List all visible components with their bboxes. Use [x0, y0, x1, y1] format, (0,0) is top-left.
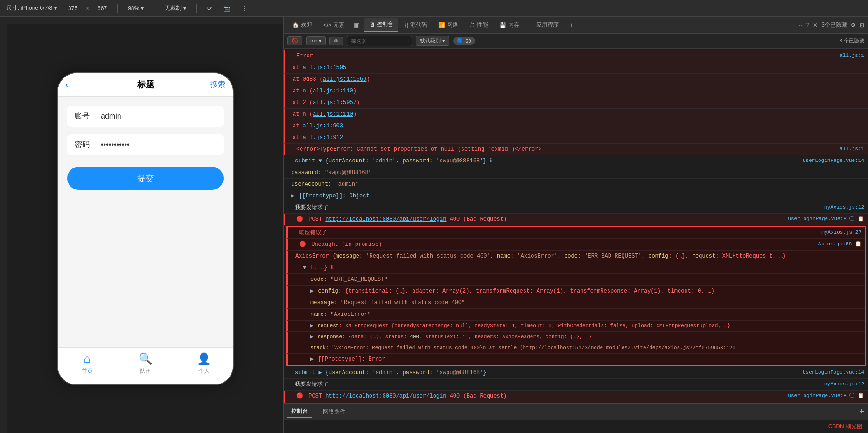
- csdn-label: CSDN 蝴光图: [828, 423, 862, 431]
- tab-add[interactable]: +: [565, 19, 578, 31]
- app-icon: □: [531, 22, 534, 28]
- eye-icon-btn[interactable]: 👁: [329, 37, 343, 45]
- log-entry-request-xml: ▶ request: XMLHttpRequest {onreadystatec…: [287, 321, 865, 332]
- log-entry-post2: 🔴 POST http://localhost:8080/api/user/lo…: [284, 391, 868, 402]
- filter-input[interactable]: [347, 36, 412, 46]
- log-source-myaxios12b[interactable]: myAxios.js:12: [824, 380, 864, 388]
- log-entry-at7: at all.js:1:912: [284, 132, 868, 144]
- link-alljs-110a[interactable]: all.js:1:110: [313, 88, 353, 94]
- nav-item-home[interactable]: ⌂ 首页: [58, 352, 116, 375]
- main-area: ‹ 标题 搜索 账号 密码: [0, 17, 868, 433]
- log-entry-submit2: submit ▶ {userAccount: 'admin', password…: [284, 367, 868, 379]
- link-localhost-login2[interactable]: http://localhost:8080/api/user/login: [325, 393, 446, 399]
- tab-console[interactable]: 🖥 控制台: [364, 18, 398, 32]
- log-source-alljs[interactable]: all.js:1: [840, 145, 864, 153]
- more-options-icon[interactable]: ⋮: [238, 3, 250, 14]
- add-panel-button[interactable]: +: [859, 407, 864, 417]
- nav-item-team[interactable]: 🔍 队伍: [116, 352, 175, 375]
- password-input[interactable]: [101, 140, 216, 149]
- tab-sources[interactable]: {} 源代码: [400, 18, 432, 32]
- profile-icon: 👤: [197, 352, 211, 365]
- log-source-loginvue8[interactable]: UserLoginPage.vue:8 ⓘ 📋: [788, 215, 864, 223]
- log-entry-code: code: "ERR_BAD_REQUEST": [287, 274, 865, 286]
- log-entry-prototype-error: ▶ [[Prototype]]: Error: [287, 354, 865, 365]
- chevron-down-icon: ▾: [54, 5, 57, 12]
- link-alljs-903[interactable]: all.js:1:903: [303, 123, 343, 129]
- rotate-icon[interactable]: ⟳: [204, 3, 215, 14]
- nav-item-profile[interactable]: 👤 个人: [175, 352, 233, 375]
- ban-icon-btn[interactable]: 🚫: [287, 36, 302, 45]
- memory-icon: 💾: [499, 22, 506, 28]
- log-source-myaxios12[interactable]: myAxios.js:12: [824, 203, 864, 211]
- dock-icon[interactable]: ⊡: [860, 22, 864, 28]
- phone-frame-area: ‹ 标题 搜索 账号 密码: [7, 24, 283, 433]
- log-entry-useraccount: userAccount: "admin": [284, 179, 868, 190]
- log-entry-at2: at 0d83 (all.js:1:1669): [284, 74, 868, 85]
- error-highlighted-block: 响应错误了 myAxios.js:27 🔴 Uncaught (in promi…: [286, 226, 866, 366]
- link-alljs-912[interactable]: all.js:1:912: [303, 134, 343, 141]
- hidden-count: 3个已隐藏: [821, 21, 847, 29]
- perf-icon: ⏱: [469, 22, 475, 28]
- tab-network[interactable]: 📶 网络: [434, 18, 463, 32]
- log-source-loginvue8b[interactable]: UserLoginPage.vue:8 ⓘ 📋: [788, 392, 864, 400]
- settings-gear-icon[interactable]: ⚙: [851, 22, 856, 28]
- tab-elements[interactable]: </> 元素: [319, 18, 349, 32]
- back-button[interactable]: ‹: [65, 79, 69, 90]
- elements-icon: </>: [323, 22, 331, 28]
- log-source-login14[interactable]: UserLoginPage.vue:14: [803, 157, 864, 165]
- log-entry-at5: at n (all.js:1:110): [284, 109, 868, 120]
- log-entry-axioserror1: AxiosError {message: 'Request failed wit…: [287, 251, 865, 262]
- tab-application[interactable]: □ 应用程序: [526, 18, 563, 32]
- link-alljs-1505[interactable]: all.js:1:1505: [303, 64, 347, 71]
- link-alljs-1669[interactable]: all.js:1:1669: [323, 76, 367, 83]
- log-source-login14b[interactable]: UserLoginPage.vue:14: [803, 369, 864, 377]
- phone-screen: ‹ 标题 搜索 账号 密码: [58, 73, 233, 384]
- tab-performance[interactable]: ⏱ 性能: [465, 18, 493, 32]
- link-alljs-5957[interactable]: all.js:1:5957: [313, 99, 357, 106]
- password-label: 密码: [75, 140, 93, 150]
- log-entry-at1: at all.js:1:1505: [284, 62, 868, 74]
- bottom-tab-console[interactable]: 控制台: [287, 405, 312, 418]
- error-circle-icon: 🔴: [296, 216, 303, 223]
- bottom-tab-network-conditions[interactable]: 网络条件: [319, 406, 349, 418]
- settings-icon[interactable]: ✕: [813, 22, 818, 28]
- error-circle-icon2: 🔴: [299, 241, 306, 248]
- search-button[interactable]: 搜索: [210, 80, 225, 90]
- count-value: 50: [465, 38, 471, 44]
- submit-button[interactable]: 提交: [67, 167, 224, 190]
- log-entry-t-expand: ▼ t, …} ℹ: [287, 262, 865, 274]
- typeerror-text: <error>TypeError: Cannot set properties …: [296, 146, 542, 153]
- count-dot: 🔵: [457, 38, 463, 44]
- dots-icon[interactable]: ⋯: [797, 22, 803, 28]
- top-toolbar: 尺寸: iPhone 6/7/8 ▾ 375 × 667 98% ▾ 无裁制 ▾…: [0, 0, 868, 17]
- log-entry-error1: Error all.js:1: [284, 50, 868, 62]
- home-icon: ⌂: [84, 352, 91, 365]
- device-selector[interactable]: 尺寸: iPhone 6/7/8 ▾: [4, 2, 60, 14]
- devtools-tabs: 🏠 欢迎 </> 元素 ▣ 🖥 控制台 {} 源代码 📶 网络: [284, 17, 868, 34]
- link-localhost-login[interactable]: http://localhost:8080/api/user/login: [325, 216, 446, 223]
- nav-profile-label: 个人: [198, 367, 210, 375]
- log-source[interactable]: all.js:1: [840, 52, 864, 60]
- log-entry-name: name: "AxiosError": [287, 309, 865, 321]
- log-entry-message: message: "Request failed with status cod…: [287, 297, 865, 309]
- link-alljs-110b[interactable]: all.js:1:110: [313, 111, 353, 118]
- screenshot-icon[interactable]: 📷: [220, 3, 233, 14]
- log-source-axios58[interactable]: Axios.js:58 📋: [818, 240, 861, 248]
- submit-text: submit ▼ {userAccount: 'admin', password…: [295, 158, 492, 164]
- separator2: [154, 4, 154, 13]
- account-input[interactable]: [101, 112, 216, 120]
- separator3: [196, 4, 197, 13]
- tab-memory[interactable]: 💾 内存: [495, 18, 524, 32]
- ruler-horizontal: [0, 17, 283, 24]
- zoom-selector[interactable]: 98% ▾: [125, 3, 147, 14]
- account-label: 账号: [75, 112, 93, 121]
- phone-title: 标题: [137, 79, 154, 90]
- error-text: Error: [296, 53, 313, 59]
- filter-mode-btn[interactable]: top ▾: [306, 36, 326, 45]
- log-source-myaxios27[interactable]: myAxios.js:27: [821, 229, 861, 237]
- level-selector[interactable]: 默认级别 ▾: [416, 36, 449, 46]
- tab-welcome[interactable]: 🏠 欢迎: [287, 18, 317, 32]
- devtools-bottom: 控制台 网络条件 +: [284, 403, 868, 420]
- no-constraint-btn[interactable]: 无裁制 ▾: [162, 2, 189, 14]
- help-icon[interactable]: ?: [806, 22, 810, 28]
